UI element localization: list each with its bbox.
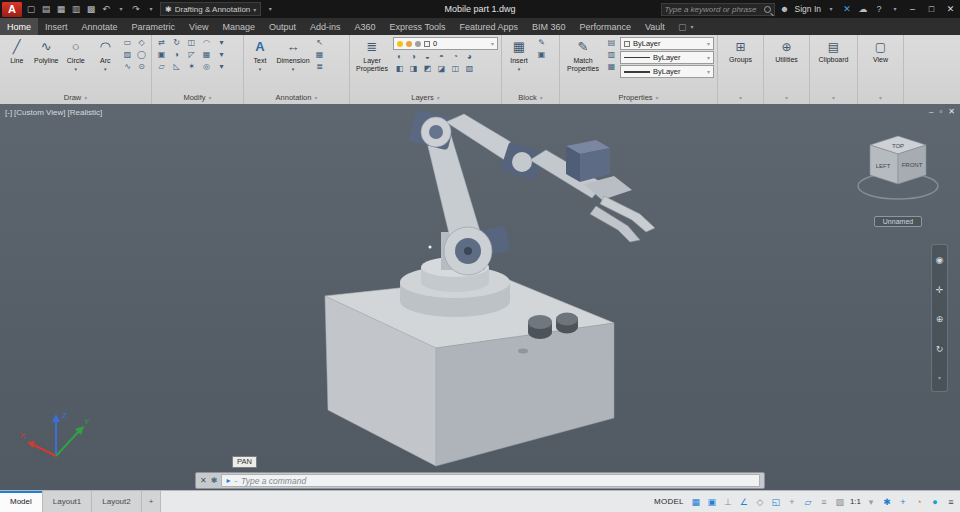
tab-home[interactable]: Home [0,18,38,35]
circle-flyout-caret-icon[interactable]: ▾ [74,66,77,72]
panel-modify-footer[interactable]: Modify ▾ [152,91,243,104]
tab-bim-360[interactable]: BIM 360 [525,18,573,35]
dynamic-ucs-icon[interactable]: ▱ [802,497,814,507]
exchange-apps-icon[interactable]: ✕ [841,0,853,18]
properties-tool-icon[interactable]: ▥ [605,49,618,60]
ucs-axes-icon[interactable]: Z Y X [16,400,92,464]
groups-icon[interactable]: ⊞ [735,39,745,55]
copy-icon[interactable]: ▣ [155,49,168,60]
tab-featured-apps[interactable]: Featured Apps [452,18,525,35]
undo-icon[interactable]: ↶ [100,0,112,18]
cloud-icon[interactable]: ☁ [857,0,869,18]
annotation-scale[interactable]: 1:1 [850,497,861,506]
command-customize-icon[interactable]: ✱ [211,476,218,485]
hatch-icon[interactable]: ▨ [121,49,134,60]
pan-icon[interactable]: ✛ [936,285,944,295]
command-input-field[interactable]: ▸ - [221,474,760,487]
layer-tool-icon[interactable]: ◓ [435,51,448,62]
user-icon[interactable]: ☻ [779,0,791,18]
polyline-button[interactable]: ∿ Polyline [33,37,61,65]
offset-icon[interactable]: ◎ [200,61,213,72]
qat-menu-caret-icon[interactable]: ▾ [264,0,276,18]
navbar-caret-icon[interactable]: ▾ [938,374,941,381]
redo-caret-icon[interactable]: ▾ [145,0,157,18]
help-caret-icon[interactable]: ▾ [889,0,901,18]
object-color-caret-icon[interactable]: ▾ [707,40,710,47]
panel-groups-caret-icon[interactable]: ▾ [739,94,742,101]
graphics-performance-icon[interactable]: ● [929,497,941,507]
redo-icon[interactable]: ↷ [130,0,142,18]
layer-properties-button[interactable]: ≣ Layer Properties [353,37,391,72]
grid-icon[interactable]: ▦ [690,497,702,507]
annotation-monitor-icon[interactable]: + [897,497,909,507]
workspace-switcher[interactable]: ✱ Drafting & Annotation ▾ [160,2,261,16]
layer-on-icon[interactable] [397,41,403,47]
trim-icon[interactable]: ◫ [185,37,198,48]
mirror-icon[interactable]: ◑ [170,49,183,60]
sign-in-button[interactable]: Sign In [795,4,821,14]
arc-flyout-caret-icon[interactable]: ▾ [104,66,107,72]
search-icon[interactable] [764,6,771,13]
insert-flyout-caret-icon[interactable]: ▾ [518,66,521,72]
tab-manage[interactable]: Manage [215,18,262,35]
undo-caret-icon[interactable]: ▾ [115,0,127,18]
modify-flyout-caret-icon[interactable]: ▾ [215,37,228,48]
workspace-switch-icon[interactable]: ✱ [881,497,893,507]
ribbon-minimize-icon[interactable]: ▢ [678,22,687,32]
lineweight-icon[interactable]: ≡ [818,497,830,507]
ortho-icon[interactable]: ⊥ [722,497,734,507]
layer-tool-icon[interactable]: ▧ [463,63,476,74]
clipboard-icon[interactable]: ▤ [828,39,839,55]
layer-tool-icon[interactable]: ◑ [407,51,420,62]
tab-view[interactable]: View [182,18,215,35]
rotate-icon[interactable]: ↻ [170,37,183,48]
dimension-flyout-caret-icon[interactable]: ▾ [292,66,295,72]
array-icon[interactable]: ▦ [200,49,213,60]
new-file-icon[interactable]: ▢ [25,0,37,18]
drawing-viewport[interactable]: [-] [Custom View] [Realistic] ‒ ▫ ✕ [0,104,960,490]
navigation-wheel-icon[interactable]: ◉ [936,255,944,265]
viewcube-top-face[interactable]: TOP [892,143,904,149]
modify-flyout-caret-icon[interactable]: ▾ [215,61,228,72]
tab-a360[interactable]: A360 [348,18,383,35]
object-snap-icon[interactable]: ◱ [770,497,782,507]
leader-icon[interactable]: ↖ [313,37,326,48]
tab-output[interactable]: Output [262,18,303,35]
arc-button[interactable]: ◠ Arc ▾ [92,37,120,72]
point-icon[interactable]: ⊙ [135,61,148,72]
save-icon[interactable]: ▦ [55,0,67,18]
snap-mode-icon[interactable]: ▣ [706,497,718,507]
tab-express-tools[interactable]: Express Tools [383,18,453,35]
model-space-label[interactable]: MODEL [654,497,684,506]
tab-vault[interactable]: Vault [638,18,672,35]
lineweight-select[interactable]: ByLayer ▾ [620,65,714,78]
plot-icon[interactable]: ▩ [85,0,97,18]
layer-select-caret-icon[interactable]: ▾ [491,40,494,47]
layer-tool-icon[interactable]: ◒ [421,51,434,62]
scale-icon[interactable]: ◸ [185,49,198,60]
layer-select[interactable]: 0 ▾ [393,37,498,50]
viewcube-front-face[interactable]: FRONT [902,162,923,168]
ellipse-icon[interactable]: ◯ [135,49,148,60]
tab-add-ins[interactable]: Add-ins [303,18,348,35]
tab-parametric[interactable]: Parametric [125,18,183,35]
fillet-icon[interactable]: ◠ [200,37,213,48]
panel-block-footer[interactable]: Block ▾ [502,91,559,104]
move-icon[interactable]: ⇄ [155,37,168,48]
erase-icon[interactable]: ◺ [170,61,183,72]
layout1-tab[interactable]: Layout1 [43,491,92,512]
save-as-icon[interactable]: ▥ [70,0,82,18]
isolate-objects-icon[interactable]: ◔ [913,497,925,507]
panel-view-caret-icon[interactable]: ▾ [879,94,882,101]
annotation-scale-caret-icon[interactable]: ▾ [865,497,877,507]
tab-performance[interactable]: Performance [572,18,638,35]
linetype-caret-icon[interactable]: ▾ [707,54,710,61]
panel-layers-footer[interactable]: Layers ▾ [350,91,501,104]
stretch-icon[interactable]: ▱ [155,61,168,72]
sign-in-caret-icon[interactable]: ▾ [825,0,837,18]
match-properties-button[interactable]: ✎ Match Properties [563,37,603,72]
layer-lock-icon[interactable] [415,41,421,47]
layer-tool-icon[interactable]: ◨ [407,63,420,74]
panel-clipboard-caret-icon[interactable]: ▾ [832,94,835,101]
open-file-icon[interactable]: ▤ [40,0,52,18]
